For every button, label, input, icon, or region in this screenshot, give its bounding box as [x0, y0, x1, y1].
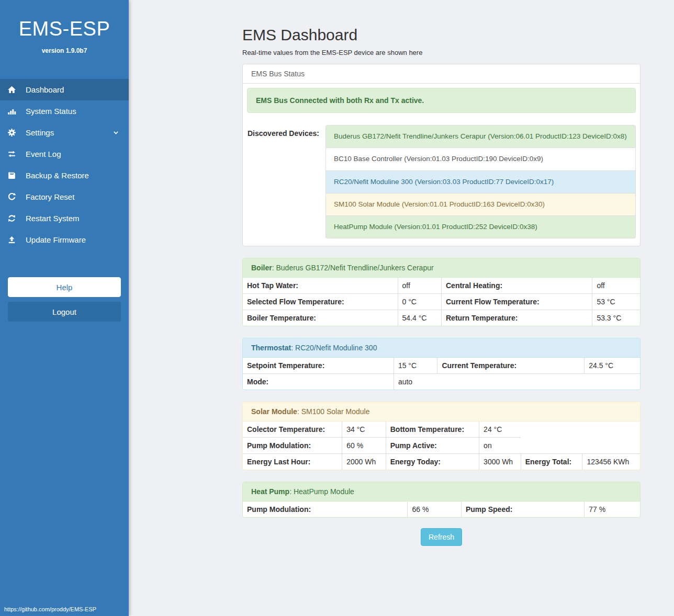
thermostat-panel-header: Thermostat: RC20/Nefit Moduline 300: [243, 338, 640, 358]
gear-icon: [7, 128, 19, 137]
sidebar-item-system-status[interactable]: System Status: [0, 100, 129, 122]
mode-value: auto: [394, 374, 640, 390]
central-heating-value: off: [592, 278, 640, 294]
sidebar-item-label: Dashboard: [26, 85, 64, 94]
sidebar-item-label: System Status: [26, 107, 76, 116]
sidebar-item-label: Settings: [26, 128, 54, 137]
sidebar-item-factory-reset[interactable]: Factory Reset: [0, 186, 129, 208]
sidebar-nav: Dashboard System Status: [0, 79, 129, 250]
main-content: EMS Dashboard Real-time values from the …: [242, 0, 641, 546]
hp-pump-speed-value: 77 %: [585, 501, 640, 517]
thermostat-panel: Thermostat: RC20/Nefit Moduline 300 Setp…: [242, 338, 641, 390]
help-button[interactable]: Help: [8, 277, 121, 297]
heat-pump-heading: Heat Pump: [251, 487, 289, 496]
solar-module-table: Colector Temperature: 34 °C Bottom Tempe…: [243, 421, 640, 470]
sidebar-buttons: Help Logout: [0, 277, 129, 322]
separator: :: [289, 487, 291, 496]
brand: EMS-ESP version 1.9.0b7: [0, 0, 129, 54]
pump-modulation-label: Pump Modulation:: [243, 438, 342, 454]
device-list-item: Buderus GB172/Nefit Trendline/Junkers Ce…: [325, 125, 636, 148]
collector-temp-label: Colector Temperature:: [243, 421, 342, 438]
boiler-panel: Boiler: Buderus GB172/Nefit Trendline/Ju…: [242, 258, 641, 326]
table-row: Selected Flow Temperature: 0 °C Current …: [243, 294, 640, 310]
hp-pump-speed-label: Pump Speed:: [461, 501, 584, 517]
bottom-temp-value: 24 °C: [479, 421, 521, 438]
sidebar-item-dashboard[interactable]: Dashboard: [0, 79, 129, 100]
table-row: Colector Temperature: 34 °C Bottom Tempe…: [243, 421, 640, 438]
refresh-row: Refresh: [242, 528, 641, 546]
energy-last-hour-label: Energy Last Hour:: [243, 454, 342, 470]
table-row: Mode: auto: [243, 374, 640, 390]
ems-bus-status-panel: EMS Bus Status EMS Bus Connected with bo…: [242, 64, 641, 246]
bus-connected-alert: EMS Bus Connected with both Rx and Tx ac…: [247, 88, 636, 113]
separator: :: [291, 344, 293, 352]
sidebar-item-event-log[interactable]: Event Log: [0, 143, 129, 165]
solar-module-heading: Solar Module: [251, 407, 297, 416]
current-temp-value: 24.5 °C: [585, 358, 640, 374]
sync-icon: [7, 214, 19, 223]
sidebar-item-backup-restore[interactable]: Backup & Restore: [0, 165, 129, 186]
heat-pump-table: Pump Modulation: 66 % Pump Speed: 77 %: [243, 501, 640, 517]
hot-tap-water-value: off: [398, 278, 441, 294]
return-temp-value: 53.3 °C: [592, 310, 640, 326]
boiler-temp-value: 54.4 °C: [398, 310, 441, 326]
ems-bus-status-heading: EMS Bus Status: [243, 64, 640, 84]
table-row: Setpoint Temperature: 15 °C Current Temp…: [243, 358, 640, 374]
energy-total-label: Energy Total:: [521, 454, 582, 470]
device-list-item: HeatPump Module (Version:01.01 ProductID…: [325, 216, 636, 238]
table-row: Boiler Temperature: 54.4 °C Return Tempe…: [243, 310, 640, 326]
current-flow-temp-value: 53 °C: [592, 294, 640, 310]
solar-module-panel-header: Solar Module: SM100 Solar Module: [243, 402, 640, 421]
boiler-device-name: Buderus GB172/Nefit Trendline/Junkers Ce…: [276, 264, 433, 272]
discovered-devices-label: Discovered Devices:: [247, 125, 325, 238]
energy-today-value: 3000 Wh: [479, 454, 521, 470]
app-title: EMS-ESP: [0, 18, 129, 40]
boiler-table: Hot Tap Water: off Central Heating: off …: [243, 278, 640, 326]
return-temp-label: Return Temperature:: [441, 310, 592, 326]
sidebar-item-update-firmware[interactable]: Update Firmware: [0, 229, 129, 250]
energy-total-value: 123456 KWh: [582, 454, 640, 470]
current-flow-temp-label: Current Flow Temperature:: [441, 294, 592, 310]
sidebar-item-label: Event Log: [26, 150, 61, 158]
page-subtitle: Real-time values from the EMS-ESP device…: [242, 49, 641, 56]
solar-module-panel: Solar Module: SM100 Solar Module Colecto…: [242, 402, 641, 470]
sidebar-item-restart-system[interactable]: Restart System: [0, 208, 129, 229]
separator: :: [297, 407, 299, 416]
app-version: version 1.9.0b7: [0, 47, 129, 54]
hot-tap-water-label: Hot Tap Water:: [243, 278, 398, 294]
solar-module-device-name: SM100 Solar Module: [301, 407, 370, 416]
current-temp-label: Current Temperature:: [437, 358, 585, 374]
sidebar-item-settings[interactable]: Settings: [0, 122, 129, 143]
heat-pump-panel: Heat Pump: HeatPump Module Pump Modulati…: [242, 482, 641, 518]
table-row: Pump Modulation: 60 % Pump Active: on: [243, 438, 640, 454]
device-list-item: RC20/Nefit Moduline 300 (Version:03.03 P…: [325, 171, 636, 193]
thermostat-heading: Thermostat: [251, 344, 291, 352]
boiler-panel-header: Boiler: Buderus GB172/Nefit Trendline/Ju…: [243, 258, 640, 278]
logout-button[interactable]: Logout: [8, 302, 121, 322]
collector-temp-value: 34 °C: [342, 421, 386, 438]
energy-last-hour-value: 2000 Wh: [342, 454, 386, 470]
setpoint-temp-value: 15 °C: [394, 358, 437, 374]
sidebar-item-label: Factory Reset: [26, 192, 74, 201]
upload-icon: [7, 235, 19, 244]
hp-pump-modulation-label: Pump Modulation:: [243, 501, 408, 517]
energy-today-label: Energy Today:: [386, 454, 479, 470]
hp-pump-modulation-value: 66 %: [408, 501, 461, 517]
boiler-heading: Boiler: [251, 264, 272, 272]
setpoint-temp-label: Setpoint Temperature:: [243, 358, 394, 374]
chevron-down-icon: [113, 129, 119, 136]
refresh-icon: [7, 192, 19, 201]
boiler-temp-label: Boiler Temperature:: [243, 310, 398, 326]
bottom-temp-label: Bottom Temperature:: [386, 421, 479, 438]
table-row: Pump Modulation: 66 % Pump Speed: 77 %: [243, 501, 640, 517]
mode-label: Mode:: [243, 374, 394, 390]
refresh-button[interactable]: Refresh: [421, 528, 462, 546]
selected-flow-temp-value: 0 °C: [398, 294, 441, 310]
device-list-item: SM100 Solar Module (Version:01.01 Produc…: [325, 193, 636, 216]
table-row: Hot Tap Water: off Central Heating: off: [243, 278, 640, 294]
selected-flow-temp-label: Selected Flow Temperature:: [243, 294, 398, 310]
separator: :: [272, 264, 274, 272]
table-row: Energy Last Hour: 2000 Wh Energy Today: …: [243, 454, 640, 470]
github-link[interactable]: https://github.com/proddy/EMS-ESP: [4, 606, 96, 612]
discovered-devices-row: Discovered Devices: Buderus GB172/Nefit …: [247, 124, 636, 242]
